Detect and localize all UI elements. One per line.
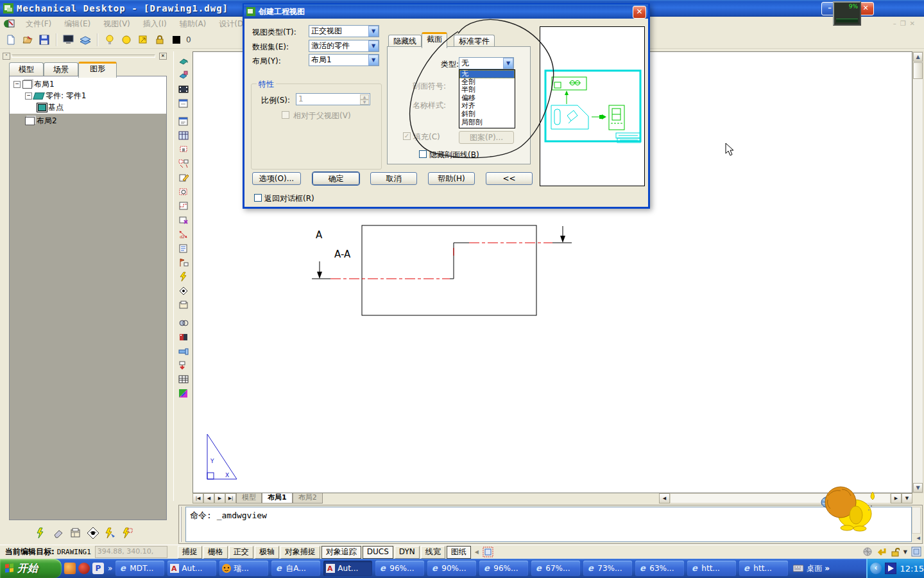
return-to-dialog-checkbox[interactable] xyxy=(254,194,262,202)
toggle-ortho[interactable]: 正交 xyxy=(229,546,253,559)
collapse-icon[interactable]: − xyxy=(25,92,32,100)
chevron-down-icon[interactable]: ▼ xyxy=(368,26,379,37)
square-icon[interactable] xyxy=(136,33,150,47)
tree-item-layout1[interactable]: − 布局1 xyxy=(13,78,55,90)
status-collapse-icon[interactable]: ◀ xyxy=(475,549,479,555)
section-type-dropdown-list[interactable]: 无 全剖 半剖 偏移 对齐 斜剖 局部剖 xyxy=(459,69,515,128)
scroll-up-icon[interactable]: ▲ xyxy=(913,52,923,62)
panel-grip[interactable] xyxy=(12,55,155,58)
arrow-insert-icon[interactable] xyxy=(176,358,191,372)
toggle-ducs[interactable]: DUCS xyxy=(363,546,393,559)
layout-combo[interactable]: 布局1▼ xyxy=(309,54,379,66)
scroll-down-icon[interactable]: ▼ xyxy=(913,483,923,493)
task-mdt[interactable]: eMDT... xyxy=(116,561,164,576)
vertical-scrollbar[interactable]: ▲ ▼ xyxy=(912,51,923,493)
color-swatch-icon[interactable] xyxy=(176,387,191,401)
lightning-edit-icon[interactable] xyxy=(103,525,118,541)
scrollbar-thumb[interactable] xyxy=(913,62,923,79)
options-button[interactable]: 选项(O)... xyxy=(252,172,301,185)
toggle-dyn[interactable]: DYN xyxy=(395,546,420,559)
fullscreen-icon[interactable] xyxy=(911,547,921,557)
option-half-section[interactable]: 半剖 xyxy=(459,86,515,94)
cancel-button[interactable]: 取消 xyxy=(370,172,417,185)
hscroll-left-icon[interactable]: ◀ xyxy=(659,493,670,504)
option-none[interactable]: 无 xyxy=(459,70,515,78)
layers-icon[interactable] xyxy=(78,33,92,47)
film-red-icon[interactable] xyxy=(176,330,191,344)
option-partial[interactable]: 局部剖 xyxy=(459,119,515,127)
task-ie-6[interactable]: e73%... xyxy=(583,561,632,576)
lightning-icon[interactable] xyxy=(176,270,191,284)
bulb-icon[interactable] xyxy=(103,33,117,47)
circle-icon[interactable] xyxy=(119,33,133,47)
tab-prev-icon[interactable]: ◀ xyxy=(203,493,214,504)
monitor-icon[interactable] xyxy=(62,33,76,47)
start-button[interactable]: 开始 xyxy=(0,559,62,578)
collapse-dialog-button[interactable]: << xyxy=(486,172,533,185)
task-ie-5[interactable]: e67%... xyxy=(531,561,580,576)
panel-close-icon[interactable]: ✕ xyxy=(159,53,167,60)
task-ie-4[interactable]: e96%... xyxy=(479,561,528,576)
section-type-combo[interactable]: 无▼ xyxy=(459,57,514,69)
tab-last-icon[interactable]: ▶| xyxy=(225,493,236,504)
base-view-icon[interactable] xyxy=(176,143,191,157)
drawing-folder-icon[interactable] xyxy=(68,525,83,541)
annotation-icon[interactable] xyxy=(176,241,191,256)
gear-icon[interactable] xyxy=(176,316,191,330)
option-angled[interactable]: 斜剖 xyxy=(459,110,515,119)
hole-table-icon[interactable] xyxy=(176,372,191,387)
toggle-polar[interactable]: 极轴 xyxy=(255,546,279,559)
tree-item-layout2[interactable]: 布局2 xyxy=(25,115,57,127)
tab-model[interactable]: 模型 xyxy=(9,62,44,76)
toggle-osnap[interactable]: 对象捕捉 xyxy=(280,546,320,559)
toggle-snap[interactable]: 捕捉 xyxy=(178,546,202,559)
task-autocad-1[interactable]: AAut... xyxy=(167,561,216,576)
collapse-icon[interactable]: − xyxy=(13,81,21,88)
status-menu-icon[interactable]: ▼ xyxy=(903,549,907,555)
corner-down-icon[interactable]: ▼ xyxy=(902,493,912,504)
part-visibility-icon[interactable] xyxy=(176,284,191,298)
chevron-down-icon[interactable]: ▼ xyxy=(368,55,379,66)
layout-tab-layout2[interactable]: 布局2 xyxy=(293,493,323,504)
ok-button[interactable]: 确定 xyxy=(312,172,359,185)
pin-icon[interactable]: P xyxy=(92,563,104,574)
section-line-icon[interactable] xyxy=(176,199,191,213)
part-icon[interactable] xyxy=(176,54,191,68)
dialog-icon[interactable] xyxy=(176,96,191,110)
tab-first-icon[interactable]: |◀ xyxy=(193,493,203,504)
tab-section[interactable]: 截面 xyxy=(422,32,447,48)
open-icon[interactable] xyxy=(21,33,35,47)
command-scroll-left-icon[interactable]: ◀ xyxy=(917,536,920,541)
tree-item-basepoint[interactable]: 基点 xyxy=(38,101,64,113)
help-button[interactable]: 帮助(H) xyxy=(428,172,475,185)
keyboard-icon[interactable] xyxy=(793,565,803,572)
drawing-folder-icon[interactable] xyxy=(176,298,191,312)
power-dimension-icon[interactable]: d2 xyxy=(176,227,191,241)
command-scrollbar[interactable] xyxy=(912,507,921,534)
chevron-down-icon[interactable]: ▼ xyxy=(503,58,513,69)
view-dialog-icon[interactable] xyxy=(176,114,191,128)
pipe-icon[interactable] xyxy=(176,344,191,358)
task-ie-7[interactable]: e63%... xyxy=(635,561,684,576)
hide-hatch-checkbox[interactable] xyxy=(419,150,427,158)
lightning-new-icon[interactable] xyxy=(120,525,135,541)
quick-launch-overflow[interactable]: » xyxy=(108,564,112,573)
layout-tab-layout1[interactable]: 布局1 xyxy=(262,493,293,504)
task-ie-9[interactable]: ehtt... xyxy=(739,561,788,576)
camera-icon[interactable] xyxy=(64,563,76,574)
film-icon[interactable] xyxy=(176,82,191,96)
task-ie-8[interactable]: ehtt... xyxy=(687,561,736,576)
media-play-icon[interactable] xyxy=(885,563,896,574)
desktop-overflow[interactable]: » xyxy=(825,564,830,573)
return-arrow-icon[interactable] xyxy=(877,547,887,557)
dialog-close-icon[interactable]: ✕ xyxy=(633,6,646,19)
red-app-icon[interactable] xyxy=(78,563,90,574)
tab-scene[interactable]: 场景 xyxy=(44,62,78,76)
detail-view-icon[interactable] xyxy=(176,185,191,199)
data-set-combo[interactable]: 激活的零件▼ xyxy=(309,40,379,52)
tab-drawing[interactable]: 图形 xyxy=(78,62,117,78)
hscroll-right-icon[interactable]: ▶ xyxy=(891,493,902,504)
task-ie-1[interactable]: e自A... xyxy=(271,561,320,576)
chevron-down-icon[interactable]: ▼ xyxy=(368,40,379,51)
comm-center-icon[interactable] xyxy=(863,547,873,557)
